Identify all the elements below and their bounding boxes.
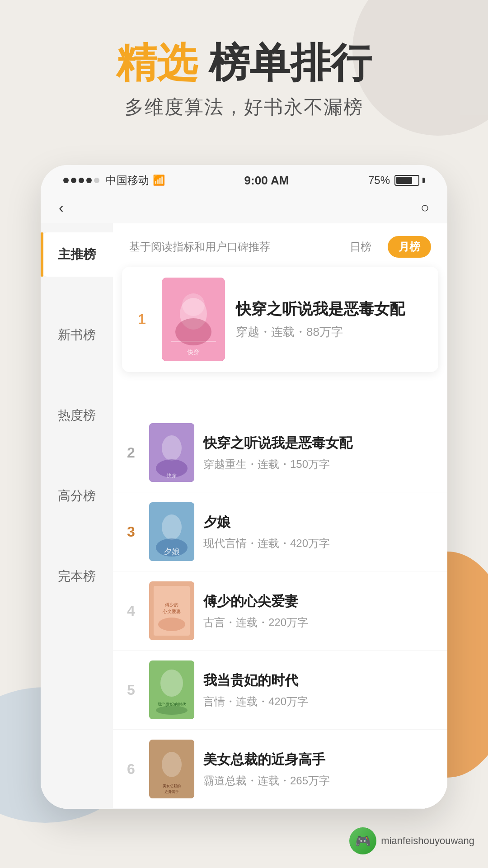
- book-title-6: 美女总裁的近身高手: [203, 750, 438, 769]
- book-list-item-2[interactable]: 2 快穿 快穿之听说我是恶毒女配 穿越重生・连载・150万字: [113, 413, 447, 492]
- watermark: 🎮 mianfeishouyouwang: [349, 827, 474, 854]
- hero-section: 精选 榜单排行 多维度算法，好书永不漏榜: [0, 0, 488, 147]
- svg-point-22: [156, 706, 188, 715]
- book-list-item-3[interactable]: 3 夕娘 夕娘 现代言情・连载・420万字: [113, 492, 447, 571]
- sidebar-item-new-rank[interactable]: 新书榜: [41, 313, 113, 357]
- rank-num-2: 2: [122, 444, 140, 461]
- book-info-4: 傅少的心尖爱妻 古言・连载・220万字: [203, 592, 438, 630]
- signal-dot-2: [71, 178, 76, 183]
- phone-container: 中国移动 📶 9:00 AM 75% ‹ ○: [0, 165, 488, 809]
- sidebar-item-hot-rank[interactable]: 热度榜: [41, 393, 113, 438]
- rank-num-6: 6: [122, 761, 140, 778]
- book-meta-3: 现代言情・连载・420万字: [203, 536, 438, 551]
- filter-tabs: 日榜 月榜: [339, 236, 431, 258]
- book-title-3: 夕娘: [203, 513, 438, 532]
- carrier-label: 中国移动: [106, 173, 149, 188]
- sidebar-item-main-rank[interactable]: 主推榜: [41, 232, 113, 277]
- main-content: 主推榜 新书榜 热度榜 高分榜 完本榜: [41, 223, 447, 809]
- book-cover-4: 傅少的 心尖爱妻: [149, 581, 194, 640]
- featured-popup: 基于阅读指标和用户口碑推荐 日榜 月榜 1: [113, 223, 447, 390]
- svg-text:近身高手: 近身高手: [164, 790, 179, 794]
- book-list-area: 基于阅读指标和用户口碑推荐 日榜 月榜 1: [113, 223, 447, 809]
- book-cover-2: 快穿: [149, 423, 194, 482]
- book-info-2: 快穿之听说我是恶毒女配 穿越重生・连载・150万字: [203, 434, 438, 472]
- svg-point-5: [175, 318, 211, 345]
- book-list-item-6[interactable]: 6 美女总裁的 近身高手 美女总裁的近身高手 霸道总裁・连载・265万字: [113, 730, 447, 809]
- signal-dot-3: [79, 178, 84, 183]
- svg-text:美女总裁的: 美女总裁的: [163, 784, 181, 788]
- sidebar-item-score-rank[interactable]: 高分榜: [41, 474, 113, 518]
- cover-art-1: 快穿: [162, 278, 225, 361]
- svg-text:快穿: 快穿: [166, 473, 177, 478]
- phone-mockup: 中国移动 📶 9:00 AM 75% ‹ ○: [41, 165, 447, 809]
- book-meta-4: 古言・连载・220万字: [203, 615, 438, 630]
- signal-dot-1: [63, 178, 69, 183]
- hero-subtitle: 多维度算法，好书永不漏榜: [27, 94, 461, 120]
- status-time: 9:00 AM: [244, 174, 289, 188]
- rank-num-4: 4: [122, 603, 140, 619]
- battery-percent: 75%: [368, 174, 390, 187]
- sidebar-item-complete-rank[interactable]: 完本榜: [41, 554, 113, 599]
- signal-dot-4: [86, 178, 92, 183]
- rank-number-1: 1: [133, 311, 151, 328]
- status-bar: 中国移动 📶 9:00 AM 75%: [41, 165, 447, 192]
- svg-point-18: [158, 618, 185, 631]
- watermark-text: mianfeishouyouwang: [381, 835, 474, 847]
- svg-text:快穿: 快穿: [187, 349, 200, 356]
- svg-point-20: [160, 670, 183, 697]
- book-title-4: 傅少的心尖爱妻: [203, 592, 438, 611]
- svg-text:心尖爱妻: 心尖爱妻: [162, 609, 181, 614]
- featured-book-meta: 穿越・连载・88万字: [236, 324, 427, 340]
- list-description: 基于阅读指标和用户口碑推荐: [129, 240, 270, 254]
- filter-monthly-tab[interactable]: 月榜: [388, 236, 431, 258]
- book-info-5: 我当贵妃的时代 言情・连载・420万字: [203, 671, 438, 709]
- watermark-icon: 🎮: [349, 827, 376, 854]
- battery-indicator: [394, 175, 425, 186]
- filter-daily-tab[interactable]: 日榜: [339, 236, 382, 258]
- svg-text:傅少的: 傅少的: [165, 602, 178, 607]
- rank-num-3: 3: [122, 524, 140, 540]
- svg-text:夕娘: 夕娘: [164, 547, 180, 556]
- search-icon[interactable]: ○: [421, 199, 429, 216]
- app-header: ‹ ○: [41, 192, 447, 223]
- svg-point-7: [162, 435, 182, 461]
- book-title-5: 我当贵妃的时代: [203, 671, 438, 690]
- back-icon[interactable]: ‹: [59, 199, 64, 216]
- featured-book-cover: 快穿: [162, 278, 225, 361]
- featured-book-info: 快穿之听说我是恶毒女配 穿越・连载・88万字: [236, 299, 427, 340]
- wifi-icon: 📶: [153, 175, 165, 186]
- signal-strength: [63, 178, 99, 183]
- sidebar: 主推榜 新书榜 热度榜 高分榜 完本榜: [41, 223, 113, 809]
- book-cover-6: 美女总裁的 近身高手: [149, 740, 194, 798]
- book-info-6: 美女总裁的近身高手 霸道总裁・连载・265万字: [203, 750, 438, 788]
- book-meta-2: 穿越重生・连载・150万字: [203, 457, 438, 472]
- status-right: 75%: [368, 174, 425, 187]
- battery-tip: [422, 178, 425, 183]
- book-meta-5: 言情・连载・420万字: [203, 694, 438, 709]
- battery-fill: [396, 177, 412, 184]
- book-meta-6: 霸道总裁・连载・265万字: [203, 774, 438, 788]
- hero-title-highlight: 精选: [116, 40, 197, 85]
- book-list: 2 快穿 快穿之听说我是恶毒女配 穿越重生・连载・150万字: [113, 413, 447, 809]
- book-info-3: 夕娘 现代言情・连载・420万字: [203, 513, 438, 551]
- hero-title-normal: 榜单排行: [197, 40, 371, 85]
- hero-title: 精选 榜单排行: [27, 41, 461, 85]
- signal-dot-5: [94, 178, 99, 183]
- book-cover-5: 我当贵妃的时代: [149, 660, 194, 719]
- battery-bar: [394, 175, 419, 186]
- book-cover-3: 夕娘: [149, 502, 194, 561]
- svg-point-11: [162, 514, 182, 540]
- status-left: 中国移动 📶: [63, 173, 165, 188]
- svg-point-4: [182, 293, 205, 316]
- svg-point-24: [162, 752, 182, 777]
- book-list-item-4[interactable]: 4 傅少的 心尖爱妻 傅少的心尖爱妻 古: [113, 571, 447, 651]
- book-list-item-5[interactable]: 5 我当贵妃的时代 我当贵妃的时代 言情・连载・420万字: [113, 651, 447, 730]
- featured-book-title: 快穿之听说我是恶毒女配: [236, 299, 427, 319]
- list-top-bar: 基于阅读指标和用户口碑推荐 日榜 月榜: [113, 223, 447, 267]
- featured-book-card[interactable]: 1 快穿: [122, 267, 438, 372]
- book-title-2: 快穿之听说我是恶毒女配: [203, 434, 438, 453]
- rank-num-5: 5: [122, 682, 140, 698]
